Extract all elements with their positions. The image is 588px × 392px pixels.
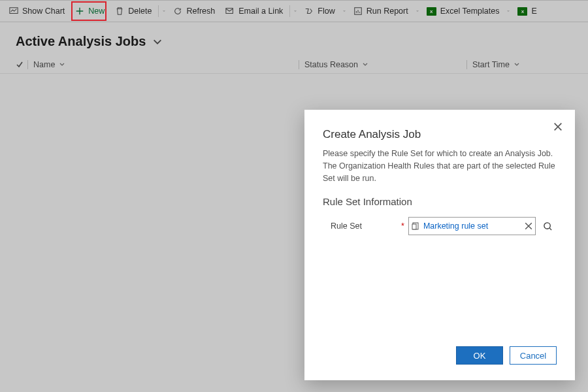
- grid-header: Name Status Reason Start Time: [0, 56, 588, 74]
- chevron-down-icon: [59, 61, 65, 68]
- rule-set-lookup[interactable]: Marketing rule set: [408, 217, 536, 235]
- ok-button[interactable]: OK: [456, 346, 503, 365]
- run-report-label: Run Report: [367, 7, 408, 16]
- run-report-button[interactable]: Run Report: [348, 2, 414, 20]
- view-header: Active Analysis Jobs: [0, 22, 588, 56]
- chevron-down-icon: [362, 61, 368, 68]
- clear-lookup-button[interactable]: [525, 222, 532, 230]
- flow-button[interactable]: Flow: [299, 2, 340, 20]
- email-icon: [225, 7, 235, 16]
- email-link-label: Email a Link: [238, 7, 283, 16]
- column-name[interactable]: Name: [28, 60, 299, 69]
- view-title: Active Analysis Jobs: [16, 34, 146, 49]
- flow-label: Flow: [318, 7, 335, 16]
- ok-label: OK: [474, 351, 486, 361]
- separator: [158, 5, 159, 17]
- refresh-label: Refresh: [186, 7, 215, 16]
- show-chart-button[interactable]: Show Chart: [4, 2, 70, 20]
- trash-icon: [115, 7, 124, 16]
- view-selector-chevron[interactable]: [152, 37, 163, 47]
- flow-icon: [304, 7, 314, 16]
- rule-set-label: Rule Set: [323, 221, 401, 231]
- rule-set-value: Marketing rule set: [423, 221, 521, 231]
- create-analysis-job-dialog: Create Analysis Job Please specify the R…: [304, 110, 575, 380]
- command-bar: Show Chart New Delete Refresh: [0, 0, 588, 22]
- cancel-label: Cancel: [520, 351, 546, 361]
- delete-button[interactable]: Delete: [110, 2, 157, 20]
- cancel-button[interactable]: Cancel: [510, 346, 557, 365]
- delete-label: Delete: [128, 7, 152, 16]
- dialog-section-title: Rule Set Information: [323, 196, 557, 207]
- dialog-footer: OK Cancel: [323, 346, 557, 365]
- new-button[interactable]: New: [70, 2, 110, 20]
- refresh-button[interactable]: Refresh: [168, 2, 220, 20]
- excel-icon: x: [517, 7, 527, 16]
- new-label: New: [88, 7, 105, 16]
- excel-export-label: E: [531, 7, 536, 16]
- dialog-close-button[interactable]: [553, 122, 563, 132]
- column-status-reason[interactable]: Status Reason: [299, 60, 466, 69]
- email-split-chevron[interactable]: [291, 2, 299, 20]
- email-link-button[interactable]: Email a Link: [220, 2, 288, 20]
- separator: [289, 5, 290, 17]
- dialog-title: Create Analysis Job: [323, 128, 557, 141]
- excel-export-button[interactable]: x E: [512, 2, 536, 20]
- chevron-down-icon: [514, 61, 520, 68]
- refresh-icon: [173, 7, 182, 16]
- report-icon: [353, 7, 363, 16]
- delete-split-chevron[interactable]: [160, 2, 168, 20]
- column-start-time[interactable]: Start Time: [467, 60, 588, 69]
- lookup-search-button[interactable]: [538, 217, 557, 235]
- svg-rect-4: [412, 224, 416, 229]
- show-chart-label: Show Chart: [22, 7, 65, 16]
- run-report-chevron[interactable]: [414, 2, 421, 20]
- select-all-checkbox[interactable]: [0, 61, 27, 69]
- column-start-label: Start Time: [472, 60, 510, 69]
- excel-templates-button[interactable]: x Excel Templates: [421, 2, 505, 20]
- column-status-label: Status Reason: [304, 60, 358, 69]
- flow-chevron[interactable]: [340, 2, 348, 20]
- app-root: Show Chart New Delete Refresh: [0, 0, 588, 392]
- column-name-label: Name: [33, 60, 55, 69]
- record-icon: [412, 222, 419, 230]
- rule-set-field: Rule Set * Marketing rule set: [323, 216, 557, 236]
- excel-templates-chevron[interactable]: [504, 2, 512, 20]
- chart-icon: [9, 7, 18, 16]
- dialog-description: Please specify the Rule Set for which to…: [323, 148, 557, 184]
- excel-templates-label: Excel Templates: [440, 7, 500, 16]
- plus-icon: [75, 7, 84, 16]
- svg-point-5: [544, 223, 549, 229]
- excel-icon: x: [427, 7, 436, 16]
- required-indicator: *: [401, 221, 404, 231]
